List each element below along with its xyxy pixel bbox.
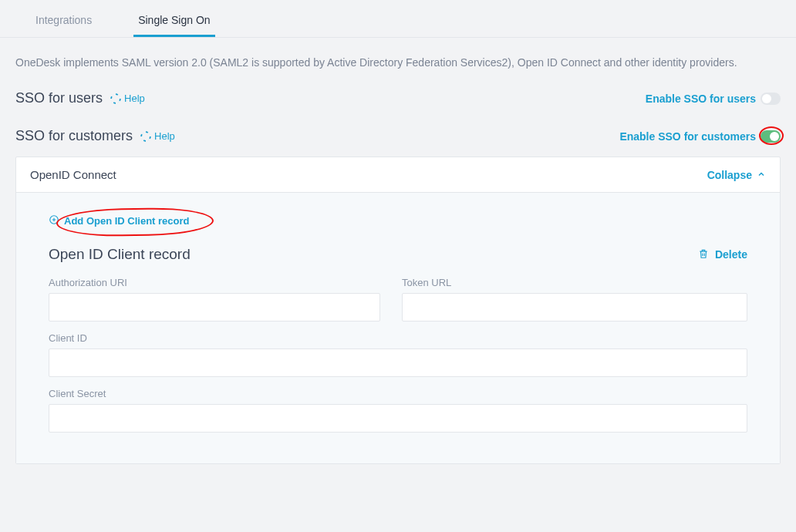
collapse-button[interactable]: Collapse bbox=[707, 169, 766, 181]
section-sso-users: SSO for users Help Enable SSO for users bbox=[0, 90, 796, 106]
sso-users-title: SSO for users bbox=[15, 90, 103, 106]
add-record-label: Add Open ID Client record bbox=[64, 215, 190, 227]
client-secret-input[interactable] bbox=[49, 404, 747, 433]
client-secret-label: Client Secret bbox=[49, 388, 747, 399]
sso-customers-toggle[interactable] bbox=[761, 130, 781, 143]
section-sso-customers: SSO for customers Help Enable SSO for cu… bbox=[0, 128, 796, 144]
openid-panel: OpenID Connect Collapse Add Open bbox=[15, 157, 781, 464]
help-label: Help bbox=[124, 93, 145, 104]
token-url-input[interactable] bbox=[402, 293, 747, 322]
sso-customers-help-link[interactable]: Help bbox=[140, 130, 175, 142]
help-icon bbox=[110, 93, 121, 104]
help-icon bbox=[140, 131, 151, 142]
sso-users-toggle-label: Enable SSO for users bbox=[646, 93, 756, 105]
tab-sso[interactable]: Single Sign On bbox=[133, 0, 214, 37]
token-url-label: Token URL bbox=[402, 277, 747, 288]
tab-integrations[interactable]: Integrations bbox=[31, 0, 96, 37]
openid-panel-header: OpenID Connect Collapse bbox=[16, 157, 780, 193]
intro-text: OneDesk implements SAML version 2.0 (SAM… bbox=[0, 38, 796, 90]
add-openid-record-button[interactable]: Add Open ID Client record bbox=[49, 214, 190, 227]
openid-panel-body: Add Open ID Client record Open ID Client… bbox=[16, 193, 780, 463]
plus-circle-icon bbox=[49, 214, 59, 227]
chevron-up-icon bbox=[757, 169, 766, 181]
delete-label: Delete bbox=[715, 248, 747, 261]
openid-panel-title: OpenID Connect bbox=[30, 168, 116, 181]
client-id-label: Client ID bbox=[49, 332, 747, 344]
client-id-input[interactable] bbox=[49, 348, 747, 377]
sso-customers-toggle-label: Enable SSO for customers bbox=[619, 130, 756, 143]
sso-users-help-link[interactable]: Help bbox=[110, 93, 145, 104]
auth-uri-input[interactable] bbox=[49, 293, 380, 322]
trash-icon bbox=[698, 248, 709, 261]
tab-bar: Integrations Single Sign On bbox=[0, 0, 796, 38]
help-label: Help bbox=[154, 130, 175, 142]
auth-uri-label: Authorization URI bbox=[49, 277, 380, 288]
sso-users-toggle[interactable] bbox=[761, 93, 781, 105]
collapse-label: Collapse bbox=[707, 169, 752, 181]
sso-customers-title: SSO for customers bbox=[15, 128, 133, 144]
openid-record-title: Open ID Client record bbox=[49, 246, 191, 263]
delete-record-button[interactable]: Delete bbox=[698, 248, 747, 261]
